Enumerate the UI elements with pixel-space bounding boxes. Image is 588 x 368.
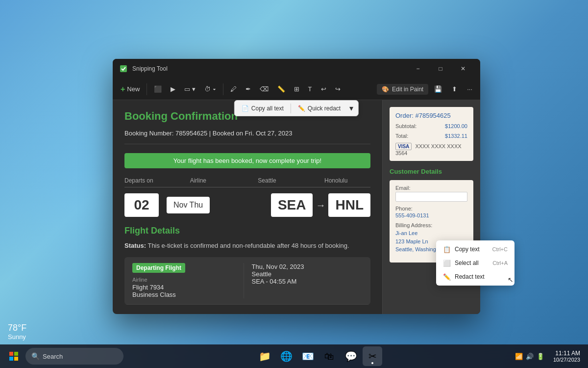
context-copy-text[interactable]: 📋 Copy text Ctrl+C (438, 242, 513, 256)
taskbar-explorer-icon[interactable]: 📁 (255, 346, 274, 366)
eraser-button[interactable]: ⌫ (256, 81, 272, 97)
dest-airport: HNL (328, 193, 370, 217)
toolbar: + New ⬛ ▶ ▭ ▾ ⏱ ▾ 🖊 ✒ ⌫ 📏 ⊞ (113, 79, 480, 100)
window-controls: − □ ✕ (407, 59, 474, 79)
flight-date: Thu, Nov 02, 2023 (252, 263, 363, 270)
svg-rect-0 (120, 65, 127, 72)
billing-address-label: Billing Address: (395, 222, 467, 228)
undo-icon: ↩ (321, 85, 326, 93)
ruler-button[interactable]: 📏 (273, 81, 289, 97)
total-value: $1332.11 (445, 133, 467, 139)
svg-rect-4 (14, 357, 18, 361)
toolbar-separator-1 (147, 83, 147, 95)
flight-city: Seattle (252, 270, 363, 278)
share-button[interactable]: ⬆ (448, 81, 461, 97)
redo-button[interactable]: ↪ (331, 81, 344, 97)
redact-text-label: Redact text (455, 273, 485, 280)
network-icon[interactable]: 📶 (515, 353, 523, 360)
screenshot-mode-button[interactable]: ⬛ (150, 81, 166, 97)
context-menu: 📋 Copy text Ctrl+C ⬜ Select all Ctrl+A ✏… (436, 240, 514, 286)
edit-in-paint-button[interactable]: 🎨 Edit in Paint (377, 84, 428, 95)
taskbar-store-icon[interactable]: 🛍 (319, 346, 339, 366)
search-placeholder: Search (43, 353, 63, 360)
booked-on: Booked on Fri. Oct 27, 2023 (213, 130, 293, 137)
order-label: Order: (395, 112, 414, 119)
crop-icon: ⊞ (294, 85, 299, 93)
svg-rect-3 (9, 357, 13, 361)
redo-icon: ↪ (335, 85, 341, 93)
origin-airport: SEA (271, 193, 313, 217)
departing-label: Departing Flight (132, 263, 185, 273)
search-icon: 🔍 (31, 352, 40, 360)
timer-button[interactable]: ⏱ ▾ (200, 81, 220, 97)
system-tray: 📶 🔊 🔋 (512, 353, 547, 360)
total-label: Total: (395, 133, 408, 139)
context-select-all[interactable]: ⬜ Select all Ctrl+A (438, 256, 513, 270)
email-label: Email: (395, 185, 467, 191)
booking-number: 785954625 (175, 130, 207, 137)
new-button[interactable]: + New (117, 81, 144, 97)
seattle-col: Seattle (233, 177, 302, 187)
subtotal-row: Subtotal: $1200.00 (395, 123, 467, 129)
visa-badge: VISA (395, 143, 412, 150)
floating-toolbar: 📄 Copy all text ✏️ Quick redact ▾ (234, 100, 359, 116)
booking-separator: | (209, 130, 213, 137)
quick-redact-dropdown[interactable]: ▾ (346, 102, 356, 115)
flight-display: 02 Nov Thu SEA → HNL (124, 193, 370, 217)
svg-rect-2 (14, 352, 18, 356)
volume-icon[interactable]: 🔊 (526, 353, 534, 360)
crop-button[interactable]: ⊞ (290, 81, 303, 97)
copy-all-text-button[interactable]: 📄 Copy all text (237, 103, 289, 114)
airline-col: Airline (164, 177, 233, 187)
flight-card-right: Thu, Nov 02, 2023 Seattle SEA - 04:55 AM (244, 263, 363, 298)
class-label: Business Class (132, 291, 244, 298)
shape-button[interactable]: ▭ ▾ (180, 81, 199, 97)
shape-icon: ▭ ▾ (184, 85, 196, 93)
pen-icon: ✒ (245, 85, 251, 93)
clock[interactable]: 11:11 AM 10/27/2023 (549, 349, 584, 364)
more-icon: ··· (467, 85, 472, 93)
email-input[interactable] (395, 192, 467, 202)
toolbar-right: 🎨 Edit in Paint 💾 ⬆ ··· (377, 81, 476, 97)
maximize-button[interactable]: □ (429, 59, 452, 79)
order-box: Order: #785954625 Subtotal: $1200.00 Tot… (390, 107, 473, 161)
flight-banner: Your flight has been booked, now complet… (124, 153, 370, 168)
copy-text-shortcut: Ctrl+C (492, 246, 508, 252)
month-day-box: Nov Thu (167, 197, 210, 213)
paint-icon: 🎨 (382, 86, 389, 93)
minimize-button[interactable]: − (407, 59, 429, 79)
phone-field-group: Phone: 555-409-0131 (395, 206, 467, 218)
context-redact-text[interactable]: ✏️ Redact text ↖ (438, 270, 513, 284)
booking-meta: Booking Number: 785954625 | Booked on Fr… (124, 130, 370, 144)
text-button[interactable]: T (304, 81, 316, 97)
start-button[interactable] (4, 346, 24, 366)
weather-temp: 78°F (8, 323, 26, 333)
total-row: Total: $1332.11 (395, 133, 467, 139)
text-icon: T (308, 85, 312, 93)
save-button[interactable]: 💾 (430, 81, 446, 97)
app-icon (119, 64, 128, 74)
phone-value: 555-409-0131 (395, 212, 467, 218)
timer-icon: ⏱ ▾ (204, 85, 216, 93)
video-mode-button[interactable]: ▶ (167, 81, 179, 97)
more-button[interactable]: ··· (463, 81, 476, 97)
clock-date: 10/27/2023 (553, 357, 580, 363)
taskbar: 🔍 Search 📁 🌐 📧 🛍 💬 ✂ 📶 🔊 🔋 11:11 AM 10/2… (0, 344, 588, 368)
close-button[interactable]: ✕ (452, 59, 474, 79)
undo-button[interactable]: ↩ (317, 81, 330, 97)
taskbar-snipping-icon[interactable]: ✂ (363, 346, 382, 366)
highlighter-icon: 🖊 (230, 85, 237, 93)
svg-rect-1 (9, 352, 13, 356)
search-bar[interactable]: 🔍 Search (25, 348, 123, 365)
subtotal-label: Subtotal: (395, 123, 416, 129)
camera-icon: ⬛ (154, 85, 162, 93)
pen-button[interactable]: ✒ (242, 81, 255, 97)
quick-redact-button[interactable]: ✏️ Quick redact (293, 103, 345, 114)
taskbar-mail-icon[interactable]: 📧 (298, 346, 318, 366)
taskbar-edge-icon[interactable]: 🌐 (276, 346, 296, 366)
battery-icon[interactable]: 🔋 (537, 353, 544, 360)
order-number: #785954625 (415, 112, 450, 119)
highlighter-button[interactable]: 🖊 (226, 81, 241, 97)
customer-section-heading: Customer Details (390, 168, 473, 175)
taskbar-teams-icon[interactable]: 💬 (341, 346, 361, 366)
